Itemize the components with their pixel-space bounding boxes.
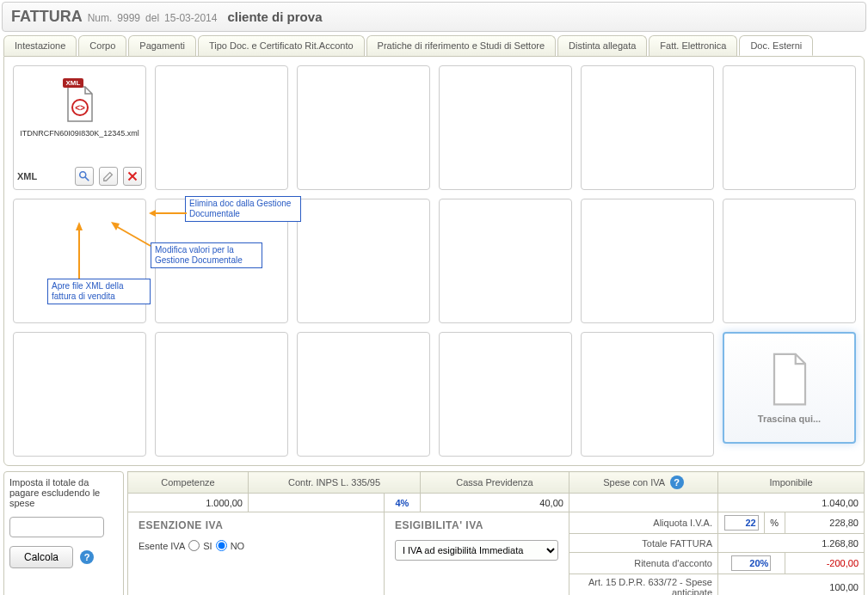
esigibilita-title: ESIGIBILITA' IVA	[395, 519, 558, 531]
esenzione-title: ESENZIONE IVA	[139, 519, 373, 531]
svg-marker-7	[149, 210, 156, 217]
col-contr: Contr. INPS L. 335/95	[249, 472, 421, 494]
contr-pct: 4%	[384, 494, 420, 512]
help-icon[interactable]: ?	[670, 475, 684, 489]
doc-date: 15-03-2014	[164, 12, 217, 24]
tab-pagamenti[interactable]: Pagamenti	[128, 35, 196, 56]
drop-file-icon	[766, 352, 813, 407]
svg-marker-11	[76, 222, 83, 230]
art15-label: Art. 15 D.P.R. 633/72 - Spese anticipate	[569, 574, 717, 596]
col-spese: Spese con IVA ?	[569, 472, 717, 494]
totfattura-value: 1.268,80	[718, 534, 865, 553]
attachment-slot-empty[interactable]	[581, 332, 714, 457]
svg-line-3	[85, 177, 89, 181]
tab-distinta[interactable]: Distinta allegata	[557, 35, 647, 56]
xml-badge: XML	[63, 78, 84, 88]
esente-no-radio[interactable]	[216, 540, 227, 551]
help-icon[interactable]: ?	[80, 550, 94, 564]
calc-box: Imposta il totale da pagare escludendo l…	[3, 471, 124, 595]
delete-doc-button[interactable]	[123, 167, 142, 186]
open-xml-button[interactable]	[75, 167, 94, 186]
ritenuta-pct-input[interactable]	[731, 555, 771, 571]
aliquota-input[interactable]	[724, 515, 759, 531]
tab-pratiche[interactable]: Pratiche di riferimento e Studi di Setto…	[366, 35, 556, 56]
calcola-button[interactable]: Calcola	[9, 546, 73, 568]
attachment-slot-empty[interactable]	[155, 65, 288, 190]
attachment-slot-empty[interactable]	[13, 332, 146, 457]
attachment-slot-empty[interactable]	[297, 332, 430, 457]
col-cassa: Cassa Previdenza	[421, 472, 569, 494]
xml-file-icon: XML <>	[59, 83, 101, 125]
esente-si-radio[interactable]	[188, 540, 200, 551]
attachment-slot-empty[interactable]	[439, 199, 572, 323]
spese-value	[569, 494, 717, 512]
attachment-slot-empty[interactable]	[155, 332, 288, 457]
attachment-slot-empty[interactable]	[439, 332, 572, 457]
tab-corpo[interactable]: Corpo	[78, 35, 126, 56]
annotation-delete: Elimina doc dalla Gestione Documentale	[185, 196, 301, 222]
doc-type-title: FATTURA	[11, 8, 83, 26]
num-label: Num.	[88, 12, 113, 24]
attachment-slot-filled[interactable]: XML <> ITDNRCFN60I09I830K_12345.xml XML	[13, 65, 146, 190]
client-name: cliente di prova	[227, 9, 322, 24]
aliquota-amount: 228,80	[785, 512, 864, 534]
totals-table: Competenze Contr. INPS L. 335/95 Cassa P…	[127, 471, 865, 595]
calc-label: Imposta il totale da pagare escludendo l…	[9, 477, 118, 508]
calc-input[interactable]	[9, 517, 104, 537]
svg-text:<>: <>	[75, 103, 85, 113]
arrow-icon	[149, 207, 187, 219]
competenze-value: 1.000,00	[128, 494, 249, 512]
art15-amount: 100,00	[718, 574, 865, 596]
col-imponibile: Imponibile	[718, 472, 865, 494]
file-name-label: ITDNRCFN60I09I830K_12345.xml	[20, 130, 139, 138]
tab-intestazione[interactable]: Intestazione	[3, 35, 77, 56]
document-header: FATTURA Num. 9999 del 15-03-2014 cliente…	[2, 2, 866, 32]
ritenuta-amount: -200,00	[785, 553, 864, 574]
tab-fattelettronica[interactable]: Fatt. Elettronica	[649, 35, 737, 56]
attachment-slot-empty[interactable]	[439, 65, 572, 190]
attachment-slot-empty[interactable]	[723, 65, 856, 190]
ritenuta-label: Ritenuta d'acconto	[569, 553, 717, 574]
esigibilita-select[interactable]: I IVA ad esigibilità Immediata	[395, 540, 558, 561]
drop-target-label: Trascina qui...	[758, 414, 821, 424]
tab-docesterni[interactable]: Doc. Esterni	[739, 35, 813, 56]
attachment-slot-empty[interactable]	[723, 199, 856, 323]
svg-marker-9	[111, 222, 120, 230]
attachment-slot-empty[interactable]	[297, 199, 430, 323]
tab-bar: Intestazione Corpo Pagamenti Tipo Doc. e…	[3, 35, 865, 56]
cassa-value: 40,00	[421, 494, 569, 512]
svg-point-2	[80, 172, 86, 178]
totfattura-label: Totale FATTURA	[569, 534, 717, 553]
drop-target[interactable]: Trascina qui...	[723, 332, 856, 444]
tab-tipodoc[interactable]: Tipo Doc. e Certificato Rit.Acconto	[198, 35, 365, 56]
attachment-slot-empty[interactable]	[297, 65, 430, 190]
aliquota-unit: %	[765, 512, 785, 534]
edit-doc-button[interactable]	[99, 167, 118, 186]
col-competenze: Competenze	[128, 472, 249, 494]
del-label: del	[145, 12, 159, 24]
arrow-icon	[109, 220, 152, 249]
attachment-slot-empty[interactable]	[581, 65, 714, 190]
imponibile-value: 1.040,00	[718, 494, 865, 512]
svg-line-8	[114, 225, 151, 246]
arrow-icon	[73, 222, 85, 279]
file-type-label: XML	[17, 171, 37, 181]
doc-number: 9999	[117, 12, 140, 24]
annotation-edit: Modifica valori per la Gestione Document…	[151, 242, 262, 268]
esente-label: Esente IVA	[139, 541, 185, 551]
attachment-slot-empty[interactable]	[581, 199, 714, 323]
aliquota-label: Aliquota I.V.A.	[569, 512, 717, 534]
annotation-open: Apre file XML della fattura di vendita	[47, 279, 151, 304]
contr-value	[249, 494, 385, 512]
doc-esterni-panel: XML <> ITDNRCFN60I09I830K_12345.xml XML	[3, 56, 865, 466]
